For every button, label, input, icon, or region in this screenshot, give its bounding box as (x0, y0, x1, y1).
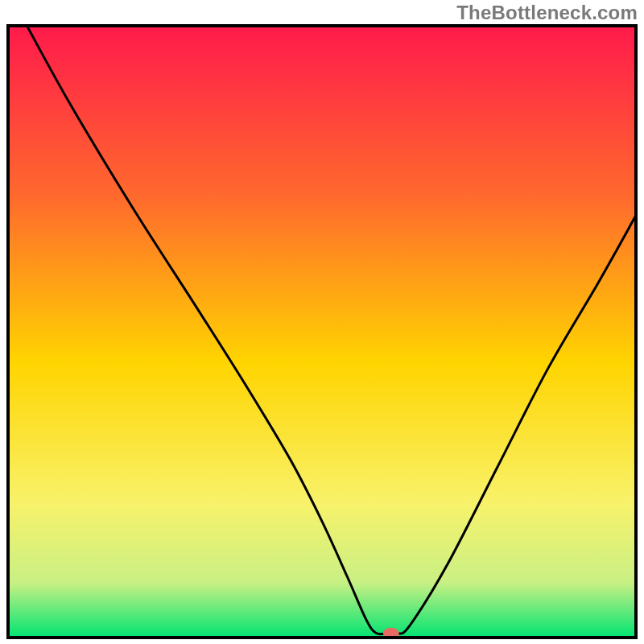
plot-background (8, 26, 636, 638)
watermark-text: TheBottleneck.com (456, 2, 638, 24)
chart-container: TheBottleneck.com (0, 0, 644, 644)
bottleneck-chart (0, 0, 644, 644)
